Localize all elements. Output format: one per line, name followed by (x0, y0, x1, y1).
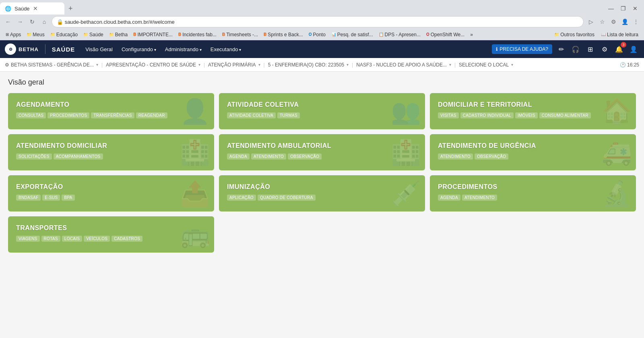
card-agendamento-title: AGENDAMENTO (16, 101, 206, 108)
tab-favicon: 🌐 (5, 6, 11, 12)
tag-veiculos[interactable]: VEÍCULOS (84, 236, 110, 242)
card-exportacao-tags: BNDASAF E-SUS BPA (16, 195, 206, 201)
tag-imoveis[interactable]: IMÓVEIS (515, 112, 538, 118)
tag-esus[interactable]: E-SUS (42, 195, 60, 201)
tag-agenda[interactable]: AGENDA (227, 153, 250, 160)
extensions-button[interactable]: ⚙ (609, 17, 618, 27)
help-button[interactable]: ℹ PRECISA DE AJUDA? (492, 44, 552, 54)
bookmark-ponto[interactable]: O Ponto (306, 31, 328, 38)
breadcrumb-nasf[interactable]: NASF3 - NUCLEO DE APOIO A SAÚDE... ▾ (356, 62, 451, 68)
tag-atividade-coletiva[interactable]: ATIVIDADE COLETIVA (227, 112, 276, 118)
tag-acompanhamentos[interactable]: ACOMPANHAMENTOS (54, 153, 103, 160)
openshift-icon: O (426, 32, 429, 37)
forward-button[interactable]: → (15, 17, 25, 27)
tab-close-button[interactable]: ✕ (33, 5, 38, 12)
card-imunizacao[interactable]: IMUNIZAÇÃO APLICAÇÃO QUADRO DE COBERTURA… (219, 175, 425, 212)
tag-cadastro-individual[interactable]: CADASTRO INDIVIDUAL (460, 112, 514, 118)
nav-visao-geral[interactable]: Visão Geral (81, 44, 117, 55)
nav-administrando[interactable]: Administrando (161, 44, 206, 55)
card-atividade-coletiva[interactable]: ATIVIDADE COLETIVA ATIVIDADE COLETIVA TU… (219, 93, 425, 129)
pencil-icon[interactable]: ✏ (555, 44, 567, 55)
card-agendamento[interactable]: AGENDAMENTO CONSULTAS PROCEDIMENTOS TRAN… (8, 93, 214, 129)
card-domiciliar[interactable]: DOMICILIAR E TERRITORIAL VISITAS CADASTR… (430, 93, 636, 129)
new-tab-button[interactable]: + (64, 4, 77, 13)
tag-solicitacoes[interactable]: SOLICITAÇÕES (16, 153, 52, 160)
url-input[interactable]: 🔒 saude-bethacon.cloud.betha.com.br/#/we… (52, 16, 584, 27)
tag-atendimento[interactable]: ATENDIMENTO (438, 153, 473, 160)
tag-atendimento[interactable]: ATENDIMENTO (462, 195, 497, 201)
nav-executando[interactable]: Executando (206, 44, 245, 55)
bookmark-button[interactable]: ☆ (597, 17, 607, 27)
tag-quadro-cobertura[interactable]: QUADRO DE COBERTURA (258, 195, 316, 201)
breadcrumb-apresentacao[interactable]: APRESENTAÇÃO - CENTRO DE SAÚDE ▾ (106, 62, 200, 68)
bookmark-incidentes[interactable]: B Incidentes fab... (176, 31, 219, 38)
tag-consultas[interactable]: CONSULTAS (16, 112, 46, 118)
bookmark-lista-leitura[interactable]: 📖 Lista de leitura (599, 31, 641, 38)
user-avatar[interactable]: 👤 (628, 44, 639, 55)
tag-agenda[interactable]: AGENDA (438, 195, 460, 201)
chevron-down-icon: ▾ (198, 62, 200, 67)
tag-aplicacao[interactable]: APLICAÇÃO (227, 195, 256, 201)
card-atendimento-urgencia-tags: ATENDIMENTO OBSERVAÇÃO (438, 153, 628, 160)
card-procedimentos[interactable]: PROCEDIMENTOS AGENDA ATENDIMENTO 🔬 (430, 175, 636, 212)
tag-turmas[interactable]: TURMAS (277, 112, 300, 118)
folder-icon: 📁 (83, 32, 88, 37)
card-procedimentos-tags: AGENDA ATENDIMENTO (438, 195, 628, 201)
bookmark-timesheets[interactable]: B Timesheets -... (220, 31, 260, 38)
restore-button[interactable]: ❐ (617, 3, 629, 14)
nav-configurando[interactable]: Configurando (118, 44, 160, 55)
breadcrumb-atencao[interactable]: ATENÇÃO PRIMÁRIA ▾ (208, 62, 260, 68)
home-button[interactable]: ⌂ (39, 17, 49, 27)
bookmark-betha[interactable]: 📁 Betha (107, 31, 130, 38)
bookmark-importante[interactable]: B IMPORTANTE... (131, 31, 175, 38)
cast-button[interactable]: ▷ (586, 17, 596, 27)
bookmark-dps[interactable]: 📋 DPS - Apresen... (376, 31, 423, 38)
breadcrumb-local[interactable]: SELECIONE O LOCAL ▾ (459, 62, 513, 68)
tag-observacao[interactable]: OBSERVAÇÃO (475, 153, 508, 160)
tag-procedimentos[interactable]: PROCEDIMENTOS (47, 112, 89, 118)
breadcrumb-enfermeira[interactable]: 5 - ENFERMEIRA(O) CBO: 223505 ▾ (268, 62, 349, 68)
tag-visitas[interactable]: VISITAS (438, 112, 459, 118)
headphones-icon[interactable]: 🎧 (570, 44, 581, 55)
tag-consumo-alimentar[interactable]: CONSUMO ALIMENTAR (539, 112, 591, 118)
tag-atendimento[interactable]: ATENDIMENTO (251, 153, 286, 160)
card-atendimento-ambulatorial[interactable]: ATENDIMENTO AMBULATORIAL AGENDA ATENDIME… (219, 134, 425, 170)
grid-icon[interactable]: ⊞ (584, 44, 596, 55)
card-atendimento-ambulatorial-tags: AGENDA ATENDIMENTO OBSERVAÇÃO (227, 153, 417, 160)
card-atendimento-domiciliar[interactable]: ATENDIMENTO DOMICILIAR SOLICITAÇÕES ACOM… (8, 134, 214, 170)
card-transportes[interactable]: TRANSPORTES VIAGENS ROTAS LOCAIS VEÍCULO… (8, 216, 214, 253)
bookmark-outros-favoritos[interactable]: 📁 Outros favoritos (552, 31, 597, 38)
card-exportacao[interactable]: EXPORTAÇÃO BNDASAF E-SUS BPA 📤 (8, 175, 214, 212)
bookmark-meus[interactable]: 📁 Meus (24, 31, 47, 38)
tag-viagens[interactable]: VIAGENS (16, 236, 40, 242)
tag-locais[interactable]: LOCAIS (62, 236, 82, 242)
bookmark-pesq[interactable]: 📊 Pesq. de satisf... (329, 31, 376, 38)
breadcrumb-betha[interactable]: ⚙ BETHA SISTEMAS - GERÊNCIA DE... ▾ (5, 62, 98, 68)
card-atendimento-urgencia[interactable]: ATENDIMENTO DE URGÊNCIA ATENDIMENTO OBSE… (430, 134, 636, 170)
card-watermark: 🚌 (180, 220, 210, 249)
share-icon[interactable]: ⚙ (599, 44, 610, 55)
bookmark-openshift-label: OpenShift We... (431, 32, 465, 37)
bookmark-apps[interactable]: ⊞ Apps (3, 31, 23, 38)
close-button[interactable]: ✕ (630, 3, 641, 14)
reload-button[interactable]: ↻ (27, 17, 37, 27)
bookmark-saude[interactable]: 📁 Saúde (81, 31, 106, 38)
tag-transferencias[interactable]: TRANSFERÊNCIAS (91, 112, 134, 118)
tag-observacao[interactable]: OBSERVAÇÃO (288, 153, 322, 160)
notifications-icon[interactable]: 🔔 3 (613, 44, 625, 55)
back-button[interactable]: ← (3, 17, 13, 27)
tag-cadastros[interactable]: CADASTROS (111, 236, 142, 242)
tag-bpa[interactable]: BPA (62, 195, 74, 201)
breadcrumb-separator: | (352, 62, 353, 68)
bookmark-sprints[interactable]: B Sprints e Back... (261, 31, 305, 38)
tag-bndasaf[interactable]: BNDASAF (16, 195, 41, 201)
bookmark-openshift[interactable]: O OpenShift We... (424, 31, 467, 38)
bookmark-more[interactable]: » (468, 31, 475, 38)
browser-tab[interactable]: 🌐 Saúde ✕ (0, 2, 64, 15)
bookmark-educacao[interactable]: 📁 Educação (48, 31, 80, 38)
tag-rotas[interactable]: ROTAS (41, 236, 60, 242)
menu-button[interactable]: ⋮ (631, 17, 641, 27)
profile-button[interactable]: 👤 (620, 17, 630, 27)
minimize-button[interactable]: — (605, 3, 617, 14)
tag-reagendar[interactable]: REAGENDAR (136, 112, 167, 118)
